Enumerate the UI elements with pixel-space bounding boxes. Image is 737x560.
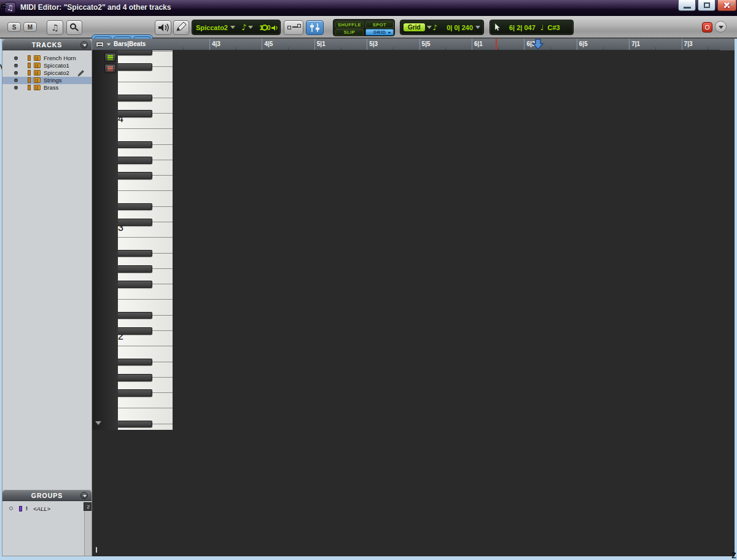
title-bar[interactable]: ♫ MIDI Editor: "Spiccato2" and 4 other t…: [0, 0, 737, 16]
piano-keyboard[interactable]: 432: [118, 50, 173, 430]
black-key-A#3[interactable]: [118, 141, 152, 149]
midi-track-icon: [34, 70, 41, 76]
black-key-D#3[interactable]: [118, 203, 152, 211]
mode-spot-button[interactable]: SPOT: [365, 21, 394, 28]
track-selector[interactable]: Spiccato2: [196, 24, 228, 31]
default-note-panel: Spiccato2 ♪ 100: [192, 20, 281, 35]
black-key-F#4[interactable]: [118, 63, 152, 71]
chevron-down-icon: [719, 26, 723, 29]
note-display-button[interactable]: ♫: [47, 20, 63, 35]
black-key-A#1[interactable]: [118, 359, 152, 366]
ruler-minor-tick: [183, 47, 184, 50]
track-row[interactable]: French Horn: [2, 55, 92, 62]
mode-shuffle-button[interactable]: SHUFFLE: [335, 21, 364, 28]
black-key-G#4[interactable]: [118, 50, 152, 55]
playback-marker-icon[interactable]: [532, 39, 544, 50]
track-color-bar: [28, 63, 31, 68]
chevron-down-icon[interactable]: [230, 26, 235, 29]
automation-lanes-button[interactable]: [306, 20, 324, 35]
note-duration-selector[interactable]: ♪: [241, 23, 246, 32]
minimize-button[interactable]: [678, 0, 696, 11]
scroll-pitch-down-button[interactable]: [95, 421, 101, 425]
chevron-down-icon[interactable]: [475, 26, 480, 29]
grid-value[interactable]: 0| 0| 240: [446, 24, 473, 31]
pencil-tool-button[interactable]: [173, 20, 189, 35]
go-to-start-button[interactable]: [96, 547, 104, 554]
midi-track-icon: [34, 55, 41, 61]
mode-grid-button[interactable]: GRID: [365, 29, 394, 36]
track-row[interactable]: Spiccato2: [2, 69, 92, 77]
group-dot-icon[interactable]: [9, 507, 13, 510]
velocity-view-button[interactable]: [104, 64, 116, 73]
chevron-down-icon[interactable]: [248, 26, 253, 29]
black-key-D#1[interactable]: [118, 421, 152, 428]
black-key-G#2[interactable]: [118, 265, 152, 273]
black-key-F#1[interactable]: [118, 389, 152, 397]
ruler-tick-label: 6|5: [579, 41, 588, 47]
black-key-F#2[interactable]: [118, 281, 152, 288]
group-id-badge: 2: [84, 502, 92, 511]
black-key-A#2[interactable]: [118, 250, 152, 257]
ruler-minor-tick: [498, 47, 499, 50]
mode-slip-button[interactable]: SLIP: [335, 29, 364, 36]
solo-button[interactable]: S: [7, 22, 21, 32]
black-key-C#4[interactable]: [118, 110, 152, 117]
groups-list-bg: !<ALL> 2: [2, 502, 92, 556]
ruler-tick: [314, 39, 315, 50]
record-dot-icon[interactable]: [14, 86, 18, 90]
track-color-bar: [28, 70, 31, 76]
scrubber-tool-button[interactable]: [155, 20, 171, 35]
midi-track-icon: [34, 85, 41, 90]
tracks-menu-button[interactable]: [80, 41, 88, 49]
track-row[interactable]: Spiccato1: [2, 62, 92, 69]
record-dot-icon[interactable]: [14, 56, 18, 60]
groups-panel-header: GROUPS: [2, 490, 92, 501]
grid-value-label[interactable]: Grid: [404, 23, 425, 31]
record-dot-icon[interactable]: [14, 71, 18, 75]
grid-note-icon: ♪: [433, 23, 438, 32]
black-key-C#3[interactable]: [118, 219, 152, 226]
black-key-G#3[interactable]: [118, 157, 152, 164]
ruler-minor-tick: [603, 47, 604, 50]
ruler-corner: [720, 39, 735, 50]
play-notes-speaker-icon[interactable]: [271, 24, 279, 32]
ruler-label-cell[interactable]: Bars|Beats: [92, 39, 173, 50]
metronome-icon[interactable]: [262, 25, 268, 31]
pencil-edit-icon: [77, 69, 85, 77]
zoom-tool-button[interactable]: [66, 20, 82, 35]
chevron-down-icon[interactable]: [427, 26, 432, 29]
midi-track-icon: [34, 77, 41, 83]
mute-button[interactable]: M: [23, 22, 37, 32]
record-dot-icon[interactable]: [14, 79, 18, 82]
cursor-location-panel: 6| 2| 047 ♩ C#3: [489, 20, 574, 35]
record-dot-icon[interactable]: [14, 64, 18, 68]
minimize-icon: [684, 7, 691, 9]
black-key-D#4[interactable]: [118, 95, 152, 102]
black-key-C#2[interactable]: [118, 327, 152, 335]
chevron-down-icon[interactable]: [107, 44, 111, 46]
ruler-tick: [472, 39, 472, 50]
cursor-location-value[interactable]: 6| 2| 047: [509, 24, 536, 31]
track-color-bar: [28, 55, 31, 61]
ruler-tick: [577, 39, 577, 50]
maximize-button[interactable]: [698, 0, 716, 11]
ruler-minor-tick: [708, 47, 708, 50]
toolbar-menu-button[interactable]: [715, 21, 727, 33]
target-button[interactable]: [702, 22, 712, 33]
ruler-minor-tick: [236, 47, 236, 50]
black-key-D#2[interactable]: [118, 312, 152, 319]
black-key-G#1[interactable]: [118, 374, 152, 381]
group-row[interactable]: !<ALL>: [2, 505, 92, 513]
ruler-menu-icon[interactable]: [96, 42, 104, 47]
notes-view-button[interactable]: [104, 53, 116, 62]
chevron-down-icon: [185, 32, 189, 34]
track-row[interactable]: Strings: [2, 77, 92, 84]
groups-menu-button[interactable]: [80, 492, 88, 499]
ruler-tick: [524, 39, 524, 50]
toolbar: S M ♫ Spiccato2: [0, 16, 737, 39]
bars-beats-ruler[interactable]: 4|34|55|15|35|56|16|36|57|17|3: [173, 39, 720, 50]
mirrored-midi-button[interactable]: [284, 20, 303, 35]
target-icon: [705, 25, 709, 29]
track-row[interactable]: Brass: [2, 84, 92, 91]
black-key-F#3[interactable]: [118, 172, 152, 179]
